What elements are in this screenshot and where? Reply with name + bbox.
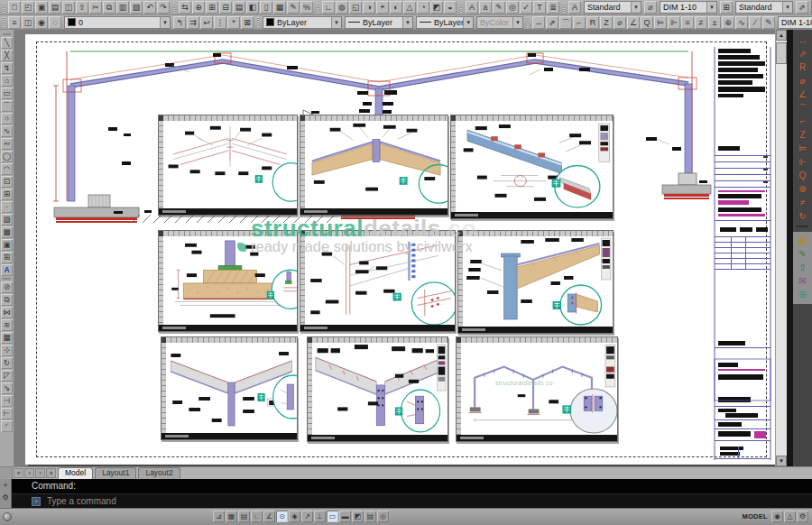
undo-icon[interactable]: ↶ <box>143 1 156 14</box>
dim-continue-icon[interactable]: ⊩ <box>796 156 809 169</box>
command-input[interactable]: > Type a command <box>12 493 812 508</box>
revision-cloud-icon[interactable]: ∿ <box>1 125 13 137</box>
zoom-previous-icon[interactable]: ⊟ <box>219 1 232 14</box>
layer-properties-icon[interactable]: ≡ <box>8 16 21 29</box>
layer-lock-icon[interactable]: ⊠ <box>241 16 254 29</box>
dim-break-icon[interactable]: ≠ <box>796 197 809 209</box>
rectangle-icon[interactable]: ▭ <box>1 88 13 99</box>
make-object-layer-current-icon[interactable]: ↰ <box>173 16 186 29</box>
publish-icon[interactable]: ⇧ <box>796 262 809 274</box>
multiline-text-icon[interactable]: A <box>466 1 478 14</box>
stretch-icon[interactable]: ⇘ <box>1 382 13 394</box>
dim-radius-icon[interactable]: R <box>586 16 599 29</box>
dim-ordinate-icon[interactable]: ⌐ <box>573 16 586 29</box>
region-icon[interactable]: ▣ <box>1 239 13 251</box>
tab-layout1[interactable]: Layout1 <box>95 467 136 479</box>
dim-update-icon[interactable]: ↻ <box>796 210 809 223</box>
etransmit-icon[interactable]: ✉ <box>796 275 809 288</box>
dim-linear-icon[interactable]: ↔ <box>796 34 809 47</box>
ortho-icon[interactable]: ∟ <box>251 511 263 522</box>
prev-tab-icon[interactable]: ‹ <box>24 468 34 478</box>
design-center-icon[interactable]: ◧ <box>246 1 259 14</box>
hatch-icon[interactable]: ▨ <box>1 214 13 226</box>
extend-icon[interactable]: ⊢ <box>1 408 13 419</box>
save-icon[interactable]: ▣ <box>35 1 48 14</box>
scroll-down-icon[interactable]: ▼ <box>776 456 787 466</box>
plot-preview-icon[interactable]: ◫ <box>62 1 75 14</box>
customize-icon[interactable]: ⚙ <box>1 493 11 502</box>
dim-aligned-icon[interactable]: ⇗ <box>546 16 558 29</box>
lineweight-combo[interactable]: ByLayer ▼ <box>416 16 474 29</box>
dim-jogged-icon[interactable]: Z <box>796 129 809 142</box>
cut-icon[interactable]: ✂ <box>89 1 102 14</box>
selection-cycling-icon[interactable]: ◎ <box>377 511 389 522</box>
dim-center-mark-icon[interactable]: ⊕ <box>722 16 734 29</box>
new-icon[interactable]: □ <box>8 1 21 14</box>
open-icon[interactable]: ◰ <box>22 1 34 14</box>
dim-space-icon[interactable]: ≡ <box>681 16 694 29</box>
markup-set-manager-icon[interactable]: ✎ <box>287 1 300 14</box>
view-front-icon[interactable]: ◓ <box>376 1 389 14</box>
dim-jogged-icon[interactable]: Z <box>600 16 613 29</box>
dim-diameter-icon[interactable]: ⌀ <box>796 75 809 88</box>
dynamic-ucs-icon[interactable]: ⊥ <box>314 511 326 522</box>
sheet-set-manager-icon[interactable]: ▦ <box>273 1 286 14</box>
table-style-combo[interactable]: Standard ▼ <box>735 1 793 14</box>
find-text-icon[interactable]: ◎ <box>506 1 519 14</box>
layer-walk-icon[interactable]: ⋮ <box>214 16 226 29</box>
tab-layout2[interactable]: Layout2 <box>138 467 180 479</box>
scale-icon[interactable]: ◸ <box>1 370 13 382</box>
archive-icon[interactable]: ⊞ <box>796 289 809 301</box>
dim-aligned-icon[interactable]: ⇗ <box>796 48 809 60</box>
publish-icon[interactable]: ⇧ <box>76 1 88 14</box>
otrack-icon[interactable]: ↗ <box>301 511 313 522</box>
insert-block-icon[interactable]: ⊡ <box>1 176 13 188</box>
osnap-icon[interactable]: ⊙ <box>276 511 288 522</box>
paste-icon[interactable]: ▥ <box>116 1 129 14</box>
dim-diameter-icon[interactable]: ⌀ <box>614 16 626 29</box>
quick-calc-icon[interactable]: % <box>300 1 313 14</box>
quick-properties-icon[interactable]: ▤ <box>364 511 376 522</box>
linetype-combo[interactable]: ByLayer ▼ <box>345 16 413 29</box>
erase-icon[interactable]: ⊘ <box>1 281 13 293</box>
properties-icon[interactable]: ▤ <box>233 1 245 14</box>
visual-styles-icon[interactable]: ◩ <box>430 1 443 14</box>
dim-oblique-icon[interactable]: ∕ <box>749 16 761 29</box>
close-icon[interactable]: × <box>1 480 11 490</box>
dim-arc-length-icon[interactable]: ⌒ <box>796 102 809 115</box>
scrollbar-thumb[interactable] <box>776 42 787 64</box>
layer-freeze-icon[interactable]: * <box>227 16 240 29</box>
multiline-text-icon[interactable]: A <box>1 264 13 276</box>
next-tab-icon[interactable]: › <box>35 468 45 478</box>
circle-icon[interactable]: ○ <box>1 113 13 124</box>
snap-icon[interactable]: ▦ <box>226 511 237 522</box>
dim-angular-icon[interactable]: ∠ <box>796 88 809 101</box>
dim-ordinate-icon[interactable]: ⌐ <box>796 115 809 128</box>
offset-icon[interactable]: ≋ <box>1 319 13 331</box>
make-block-icon[interactable]: ⊞ <box>1 189 13 200</box>
text-justify-icon[interactable]: ≣ <box>547 1 559 14</box>
rotate-icon[interactable]: ↻ <box>1 357 13 369</box>
infer-constraints-icon[interactable]: ⊿ <box>213 511 225 522</box>
dim-style-combo[interactable]: DIM 1-10 ▼ <box>660 1 717 14</box>
dim-angular-icon[interactable]: ∠ <box>627 16 640 29</box>
table-icon[interactable]: ⊞ <box>1 252 13 263</box>
view-top-icon[interactable]: ◑ <box>363 1 375 14</box>
tab-model[interactable]: Model <box>58 467 93 479</box>
gradient-icon[interactable]: ▩ <box>1 226 13 238</box>
view-left-icon[interactable]: ◐ <box>390 1 402 14</box>
dim-linear-icon[interactable]: ↔ <box>532 16 545 29</box>
color-combo[interactable]: ByLayer ▼ <box>263 16 342 29</box>
polygon-icon[interactable]: ⌂ <box>1 75 13 87</box>
annotation-autoscale-icon[interactable]: △ <box>784 511 796 522</box>
scroll-up-icon[interactable]: ▲ <box>776 30 787 41</box>
grid-icon[interactable]: ▤ <box>238 511 250 522</box>
polar-icon[interactable]: ∠ <box>263 511 275 522</box>
match-layer-icon[interactable]: ⇉ <box>187 16 199 29</box>
ucs-icon[interactable]: ∟ <box>322 1 335 14</box>
first-tab-icon[interactable]: « <box>14 468 23 478</box>
named-views-icon[interactable]: ◱ <box>349 1 362 14</box>
lineweight-icon[interactable]: ▬ <box>339 511 351 522</box>
redo-icon[interactable]: ↷ <box>157 1 170 14</box>
zoom-realtime-icon[interactable]: ⊕ <box>192 1 205 14</box>
